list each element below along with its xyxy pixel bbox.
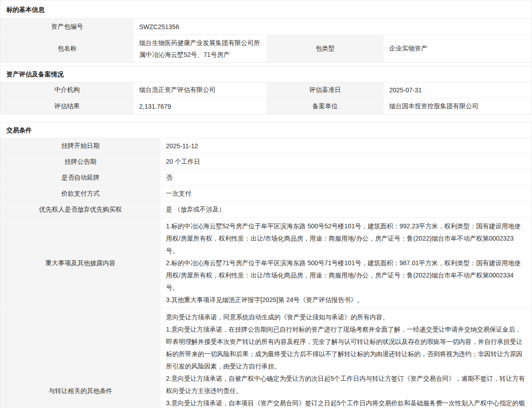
major-matters-value: 1.标的中冶沁海云墅52号房产位于牟平区滨海东路 500号52号楼101号，建筑… (161, 218, 532, 308)
row-auto-extend: 是否自动延牌 否 (0, 170, 532, 186)
auto-extend-value: 否 (161, 170, 532, 186)
package-name-value: 烟台生物医药健康产业发展集团有限公司所属中冶沁海云墅52号、71号房产 (134, 35, 266, 62)
section-appraisal-title: 资产评估及备案情况 (0, 66, 532, 82)
appraisal-result-value: 2,131.7679 (134, 98, 266, 114)
section-appraisal: 资产评估及备案情况 中介机构 烟台浩正资产评估有限公司 评估基准日 2025-0… (0, 66, 532, 115)
listing-start-value: 2025-11-12 (161, 138, 532, 154)
row-priority-waiver: 优先权人是否放弃优先购买权 是 （放弃或不涉及） (0, 202, 532, 218)
row-listing-start: 挂牌开始日期 2025-11-12 (0, 138, 532, 154)
package-type-label: 包类型 (266, 35, 384, 62)
row-package-name-type: 包名称 烟台生物医药健康产业发展集团有限公司所属中冶沁海云墅52号、71号房产 … (0, 35, 532, 62)
priority-waiver-label: 优先权人是否放弃优先购买权 (0, 202, 161, 217)
agency-value: 烟台浩正资产评估有限公司 (134, 82, 266, 98)
listing-period-label: 挂牌公告期 (0, 154, 161, 170)
major-matters-label: 重大事项及其他披露内容 (0, 218, 161, 308)
agency-label: 中介机构 (0, 82, 134, 98)
package-no-value: SWZC251356 (134, 19, 532, 35)
package-name-label: 包名称 (0, 35, 134, 62)
row-result-filing: 评估结果 2,131.7679 备案单位 烟台国丰投资控股集团有限公司 (0, 98, 532, 114)
listing-period-value: 20 个工作日 (161, 154, 532, 170)
priority-waiver-value: 是 （放弃或不涉及） (161, 202, 532, 217)
base-date-label: 评估基准日 (266, 82, 384, 98)
other-conditions-label: 与转让相关的其他条件 (0, 309, 161, 408)
listing-start-label: 挂牌开始日期 (0, 138, 161, 154)
payment-method-label: 价款支付方式 (0, 186, 161, 201)
filing-unit-label: 备案单位 (266, 98, 384, 114)
filing-unit-value: 烟台国丰投资控股集团有限公司 (384, 98, 532, 114)
row-listing-period: 挂牌公告期 20 个工作日 (0, 154, 532, 170)
appraisal-result-label: 评估结果 (0, 98, 134, 114)
payment-method-value: 一次支付 (161, 186, 532, 201)
section-basic-info: 标的基本信息 资产包编号 SWZC251356 包名称 烟台生物医药健康产业发展… (0, 0, 532, 63)
row-agency-basedate: 中介机构 烟台浩正资产评估有限公司 评估基准日 2025-07-31 (0, 82, 532, 98)
row-package-no: 资产包编号 SWZC251356 (0, 19, 532, 35)
other-conditions-value: 意向受让方须承诺，同意系统自动生成的《资产受让须知与承诺》的所有内容。 1.意向… (161, 309, 532, 408)
section-trade-conditions: 交易条件 挂牌开始日期 2025-11-12 挂牌公告期 20 个工作日 是否自… (0, 122, 532, 408)
base-date-value: 2025-07-31 (384, 82, 532, 98)
row-other-conditions: 与转让相关的其他条件 意向受让方须承诺，同意系统自动生成的《资产受让须知与承诺》… (0, 309, 532, 408)
section-basic-info-title: 标的基本信息 (0, 0, 532, 19)
section-trade-conditions-title: 交易条件 (0, 122, 532, 138)
auto-extend-label: 是否自动延牌 (0, 170, 161, 186)
row-payment-method: 价款支付方式 一次支付 (0, 186, 532, 202)
row-major-matters: 重大事项及其他披露内容 1.标的中冶沁海云墅52号房产位于牟平区滨海东路 500… (0, 218, 532, 309)
package-type-value: 企业实物资产 (384, 35, 532, 62)
package-no-label: 资产包编号 (0, 19, 134, 35)
